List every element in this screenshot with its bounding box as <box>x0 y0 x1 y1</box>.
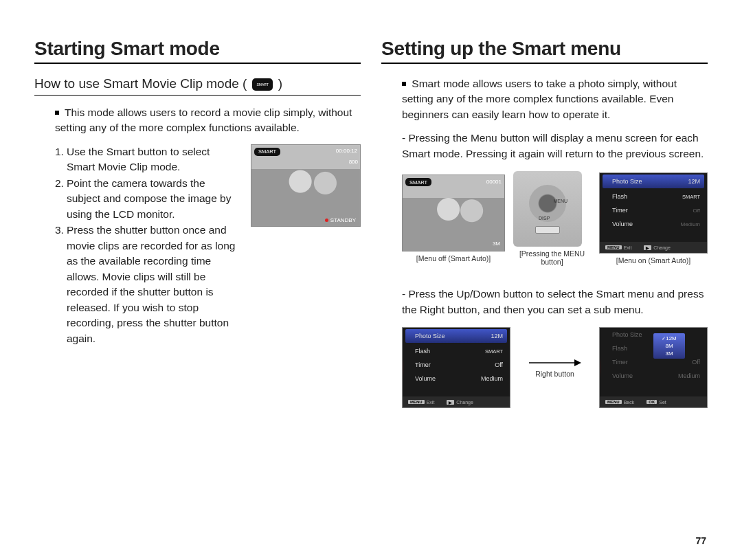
step-2: 2. Point the camera towards the subject … <box>55 176 241 222</box>
right-dash1: - Pressing the Menu button will display … <box>381 131 708 161</box>
menu-off-screen: SMART 00001 3M <box>402 175 505 251</box>
step-1: 1. Use the Smart button to select Smart … <box>55 144 241 175</box>
menu-footer: MENUExit ▶Change <box>600 242 707 253</box>
menu-row-2: Photo Size 12M Flash SMART Timer Off Vol… <box>381 327 708 408</box>
menu-row-flash-2: Flash SMART <box>403 344 510 358</box>
left-title: Starting Smart mode <box>34 38 361 64</box>
nav-dial-icon: MENU DISP <box>529 185 566 222</box>
bullet-icon <box>55 111 59 115</box>
subhead-text: How to use Smart Movie Clip mode ( <box>34 76 247 91</box>
pressing-caption: [Pressing the MENU button] <box>513 249 591 266</box>
smart-chip-icon: SMART <box>252 78 272 91</box>
submenu-panel: 12M 8M 3M <box>653 333 685 359</box>
menu-off-res: 3M <box>493 240 500 247</box>
right-intro: Smart mode allows users to take a photo … <box>381 76 708 122</box>
movie-lcd-mock: SMART 00:00:12 800 STANDBY <box>251 144 361 227</box>
lcd-smart-icon: SMART <box>254 148 280 156</box>
step-3: 3. Press the shutter button once and mov… <box>55 223 241 346</box>
submenu-opt-1: 8M <box>653 342 685 350</box>
steps-and-screen: 1. Use the Smart button to select Smart … <box>34 144 361 347</box>
right-dash2: - Press the Up/Down button to select the… <box>381 287 708 317</box>
camera-button <box>535 226 560 234</box>
menu-row-timer-2: Timer Off <box>403 358 510 372</box>
menu-off-topbar: SMART 00001 <box>403 175 504 188</box>
right-title: Setting up the Smart menu <box>381 38 708 64</box>
left-column: Starting Smart mode How to use Smart Mov… <box>34 38 361 539</box>
left-subhead: How to use Smart Movie Clip mode ( SMART… <box>34 76 361 96</box>
page-number: 77 <box>695 535 706 546</box>
submenu-opt-2: 3M <box>653 350 685 357</box>
bullet-icon <box>402 82 406 86</box>
submenu-left: Photo Size 12M Flash SMART Timer Off Vol… <box>402 327 510 408</box>
submenu-right-screen: Photo Size Flash Timer Off Volume Medium <box>599 327 708 408</box>
menu-glow-icon <box>403 328 408 407</box>
dial-disp-label: DISP <box>539 216 550 221</box>
intro-para: This mode allows users to record a movie… <box>34 105 361 136</box>
menu-row-photosize-2: Photo Size 12M <box>405 329 507 343</box>
subhead-tail: ) <box>278 76 282 91</box>
dial-menu-label: MENU <box>553 199 567 203</box>
menu-footer-3: MENUBack OKSet <box>600 396 707 407</box>
arrow-right-icon <box>528 358 583 368</box>
frame-count: 00001 <box>486 179 502 185</box>
intro-text: This mode allows users to record a movie… <box>55 107 352 133</box>
steps-list: 1. Use the Smart button to select Smart … <box>34 144 241 347</box>
manual-page: Starting Smart mode How to use Smart Mov… <box>0 0 742 560</box>
right-column: Setting up the Smart menu Smart mode all… <box>381 38 708 539</box>
menu-row-volume-2: Volume Medium <box>403 372 510 385</box>
menu-row-volume: Volume Medium <box>600 217 707 231</box>
submenu-opt-0: 12M <box>653 335 685 342</box>
submenu-left-screen: Photo Size 12M Flash SMART Timer Off Vol… <box>402 327 510 408</box>
right-arrow-block: Right button <box>524 358 586 378</box>
right-button-label: Right button <box>535 370 574 378</box>
svg-marker-1 <box>574 359 581 366</box>
menu-glow-icon <box>600 328 605 407</box>
menu-row-flash: Flash SMART <box>600 190 707 203</box>
lcd-topbar: SMART 00:00:12 <box>251 145 360 157</box>
menu-footer-2: MENUExit ▶Change <box>403 396 510 407</box>
lcd-res: 800 <box>349 159 358 165</box>
camera-block: MENU DISP [Pressing the MENU button] <box>513 171 591 266</box>
camera-back-icon: MENU DISP <box>513 171 582 247</box>
submenu-right: Photo Size Flash Timer Off Volume Medium <box>599 327 708 408</box>
menu-row-1: SMART 00001 3M [Menu off (Smart Auto)] M… <box>381 171 708 266</box>
menu-row-timer: Timer Off <box>600 203 707 217</box>
menu-row-photosize: Photo Size 12M <box>603 175 704 188</box>
smart-icon: SMART <box>405 178 431 186</box>
menu-on-block: Photo Size 12M Flash SMART Timer Off Vol… <box>599 172 708 265</box>
lcd-standby: STANDBY <box>325 217 356 223</box>
menu-glow-icon <box>600 173 605 253</box>
menu-off-block: SMART 00001 3M [Menu off (Smart Auto)] <box>402 175 505 262</box>
menu-off-caption: [Menu off (Smart Auto)] <box>402 254 505 262</box>
menu-on-caption: [Menu on (Smart Auto)] <box>599 256 708 265</box>
menu-on-screen: Photo Size 12M Flash SMART Timer Off Vol… <box>599 172 708 254</box>
lcd-time: 00:00:12 <box>336 148 357 154</box>
menu-row-volume-3: Volume Medium <box>600 369 707 383</box>
